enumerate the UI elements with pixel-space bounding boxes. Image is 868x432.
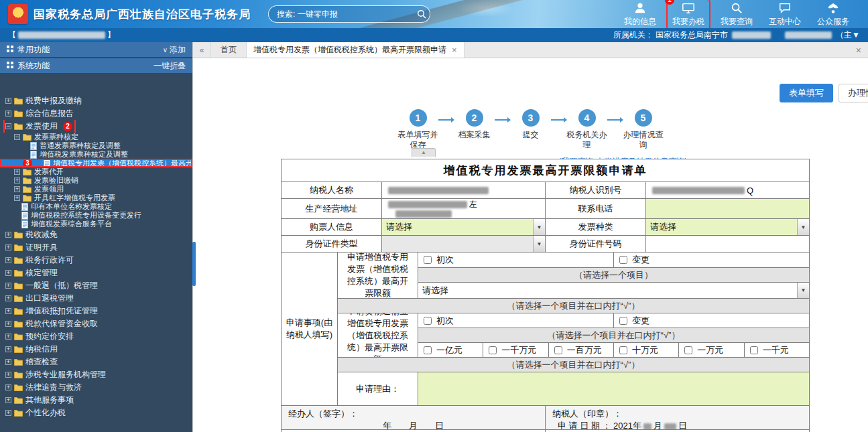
nav-my-info[interactable]: 我的信息 [624,1,656,27]
tree-item[interactable]: −发票使用2 [0,120,192,133]
expand-icon[interactable]: + [5,111,11,117]
nav-public-service[interactable]: 公众服务 [817,1,849,27]
amount-option[interactable]: 十万元 [614,343,679,358]
reason-input[interactable] [418,372,810,406]
expand-icon[interactable]: + [5,397,11,403]
expand-icon[interactable]: + [5,359,11,365]
sidebar-section-system[interactable]: 系统功能 一键折叠 [0,58,192,73]
buyer-info-select[interactable]: 请选择 ▼ [382,219,545,235]
add-button[interactable]: ∨ 添加 [163,44,186,56]
tree-item[interactable]: +一般退（抵）税管理 [0,279,192,292]
vat-change-option[interactable]: 变更 [614,253,810,268]
tree-item[interactable]: +税收减免 [0,228,192,241]
amount-checkbox[interactable] [619,346,627,354]
collapse-icon[interactable]: − [14,134,20,140]
nav-interaction[interactable]: 互动中心 [769,1,801,27]
close-tab-icon[interactable]: × [452,45,457,55]
amount-checkbox[interactable] [684,346,692,354]
tree-item[interactable]: +税费申报及缴纳 [0,94,192,107]
status-button[interactable]: 办理情况 [839,84,868,102]
amount-option[interactable]: 一千万元 [483,343,548,358]
tree-item[interactable]: +稽查检查 [0,356,192,368]
amount-checkbox[interactable] [554,346,562,354]
expand-icon[interactable]: + [5,321,11,327]
sidebar-resize-handle[interactable] [192,242,196,286]
tab-home[interactable]: 首页 [211,42,247,58]
search-icon[interactable] [416,8,428,20]
expand-icon[interactable]: + [14,195,20,201]
tree-item[interactable]: 增值税税控系统专用设备变更发行 [0,211,192,220]
tree-item[interactable]: 印有本单位名称发票核定 [0,202,192,211]
collapse-all-button[interactable]: 一键折叠 [153,60,186,72]
expand-icon[interactable]: + [5,232,11,238]
expand-icon[interactable]: + [5,384,11,390]
tree-item[interactable]: +发票领用 [0,185,192,194]
expand-icon[interactable]: + [5,270,11,276]
amount-option[interactable]: 一百万元 [549,343,614,358]
expand-icon[interactable]: + [5,410,11,416]
tree-item[interactable]: +核定管理 [0,267,192,279]
expand-icon[interactable]: + [5,372,11,378]
org-dropdown[interactable]: （主▼ [836,30,860,40]
phone-input[interactable] [646,199,810,219]
tree-item[interactable]: +个性化办税 [0,407,192,419]
collapse-steps-button[interactable]: ▲ [412,148,436,157]
tree-item[interactable]: +发票代开 [0,167,192,176]
expand-icon[interactable]: + [5,334,11,340]
tree-item[interactable]: 普通发票票种核定及调整 [0,141,192,150]
freight-first-time-checkbox[interactable] [424,317,432,325]
nav-do-tax[interactable]: 我要办税1 [672,1,704,27]
tree-item[interactable]: +发票验旧缴销 [0,176,192,185]
tree-item[interactable]: +其他服务事项 [0,394,192,407]
expand-icon[interactable]: + [5,295,11,301]
tree-item[interactable]: 增值税发票综合服务平台 [0,220,192,228]
freight-change-option[interactable]: 变更 [614,313,810,328]
expand-icon[interactable]: + [5,244,11,250]
vat-limit-select[interactable]: 请选择 ▼ [418,283,809,298]
nav-query[interactable]: 我要查询 [721,1,753,27]
amount-option[interactable]: 一千元 [745,343,810,358]
amount-checkbox[interactable] [750,346,758,354]
expand-icon[interactable]: + [14,177,20,184]
amount-checkbox[interactable] [424,346,432,354]
tree-item[interactable]: +增值税抵扣凭证管理 [0,305,192,317]
id-number-input[interactable] [646,236,810,253]
tree-item[interactable]: −发票票种核定 [0,133,192,141]
tree-item[interactable]: +纳税信用 [0,343,192,356]
freight-change-checkbox[interactable] [619,317,627,325]
form-fill-button[interactable]: 表单填写 [780,84,833,102]
expand-icon[interactable]: + [14,169,20,175]
collapse-sidebar-icon[interactable]: « [193,42,211,58]
amount-option[interactable]: 一万元 [679,343,744,358]
freight-first-time-option[interactable]: 初次 [418,313,614,328]
tree-item[interactable]: +出口退税管理 [0,292,192,305]
tab-active[interactable]: 增值税专用发票（增值税税控系统）最高开票限额申请 × [247,42,464,58]
vat-first-time-option[interactable]: 初次 [418,253,614,268]
expand-icon[interactable]: + [5,257,11,263]
tree-item[interactable]: +证明开具 [0,241,192,254]
amount-option[interactable]: 一亿元 [418,343,483,358]
collapse-icon[interactable]: − [5,123,11,129]
tree-item[interactable]: +涉税专业服务机构管理 [0,368,192,381]
tree-item[interactable]: +开具红字增值税专用发票 [0,194,192,202]
tree-item[interactable]: +综合信息报告 [0,107,192,120]
tree-item[interactable]: +法律追责与救济 [0,381,192,394]
expand-icon[interactable]: + [5,308,11,314]
org-info[interactable]: 所属机关： 国家税务总局南宁市 （主▼ [613,29,860,41]
sidebar-section-common[interactable]: 常用功能 ∨ 添加 [0,42,192,57]
vat-change-checkbox[interactable] [619,256,627,264]
expand-icon[interactable]: + [5,346,11,352]
search-input[interactable]: 搜索: 一键零申报 [268,5,430,23]
tree-item[interactable]: +税务行政许可 [0,254,192,267]
tree-item[interactable]: +税款代保管资金收取 [0,317,192,330]
invoice-type-select[interactable]: 请选择 ▼ [646,219,809,235]
expand-icon[interactable]: + [14,186,20,192]
tree-item[interactable]: 增值税发票票种核定及调整 [0,150,192,159]
expand-icon[interactable]: + [5,283,11,289]
amount-checkbox[interactable] [489,346,497,354]
expand-icon[interactable]: + [5,98,11,104]
close-icon[interactable]: × [849,42,868,58]
tree-item[interactable]: 3增值税专用发票（增值税税控系统）最高开票限额申请 [0,159,192,167]
vat-first-time-checkbox[interactable] [424,256,432,264]
tree-item[interactable]: +预约定价安排 [0,330,192,343]
